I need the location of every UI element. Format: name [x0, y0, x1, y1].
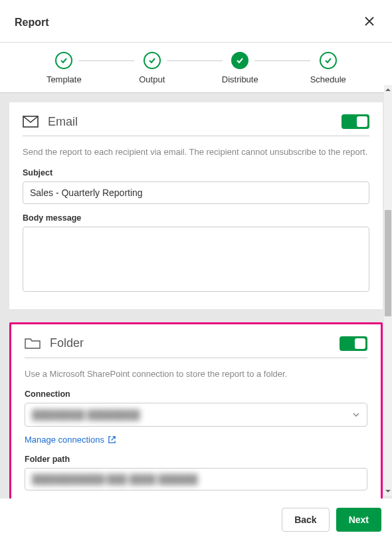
connection-select[interactable]: ████████ ████████: [25, 403, 367, 427]
folder-toggle[interactable]: [340, 336, 367, 351]
dialog-header: Report: [0, 0, 392, 42]
check-icon: [231, 52, 248, 69]
content-scroll-area[interactable]: Email Send the report to each recipient …: [0, 92, 392, 503]
subject-label: Subject: [23, 168, 369, 177]
folder-icon: [25, 337, 41, 350]
close-button[interactable]: [361, 12, 377, 33]
back-button[interactable]: Back: [282, 508, 329, 532]
manage-connections-link[interactable]: Manage connections: [25, 435, 116, 445]
dialog-footer: Back Next: [0, 498, 392, 541]
folder-section: Folder Use a Microsoft SharePoint connec…: [9, 322, 383, 504]
email-title: Email: [48, 115, 78, 129]
check-icon: [55, 52, 72, 69]
scrollbar[interactable]: [384, 85, 392, 496]
folder-path-label: Folder path: [25, 455, 367, 464]
chevron-down-icon: [352, 411, 360, 419]
dialog-title: Report: [15, 17, 49, 29]
email-toggle[interactable]: [342, 114, 369, 129]
stepper: Template Output Distribute Schedule: [0, 42, 392, 92]
scroll-down-icon: [385, 488, 391, 494]
check-icon: [144, 52, 161, 69]
step-label: Template: [47, 74, 82, 84]
scrollbar-thumb[interactable]: [385, 210, 391, 316]
next-button[interactable]: Next: [336, 508, 381, 532]
step-schedule[interactable]: Schedule: [284, 52, 373, 84]
folder-description: Use a Microsoft SharePoint connection to…: [25, 368, 367, 381]
close-icon: [364, 16, 375, 27]
step-distribute[interactable]: Distribute: [196, 52, 284, 84]
external-link-icon: [108, 435, 116, 444]
folder-title: Folder: [50, 336, 84, 350]
scroll-up-icon: [385, 87, 391, 92]
check-icon: [320, 52, 337, 69]
body-label: Body message: [23, 213, 369, 223]
folder-path-value: ███████████/███ ████ ██████: [32, 474, 198, 485]
connection-label: Connection: [25, 389, 367, 399]
step-label: Schedule: [310, 74, 346, 84]
folder-path-input[interactable]: ███████████/███ ████ ██████: [25, 468, 367, 490]
body-textarea[interactable]: [23, 227, 369, 292]
step-label: Output: [139, 74, 165, 84]
connection-value: ████████ ████████: [32, 409, 140, 420]
step-output[interactable]: Output: [108, 52, 197, 84]
email-section: Email Send the report to each recipient …: [9, 102, 383, 309]
step-template[interactable]: Template: [20, 52, 108, 84]
email-description: Send the report to each recipient via em…: [23, 146, 369, 159]
step-label: Distribute: [222, 74, 258, 84]
email-icon: [23, 115, 39, 128]
subject-input[interactable]: [23, 181, 369, 204]
manage-connections-label: Manage connections: [25, 435, 104, 445]
